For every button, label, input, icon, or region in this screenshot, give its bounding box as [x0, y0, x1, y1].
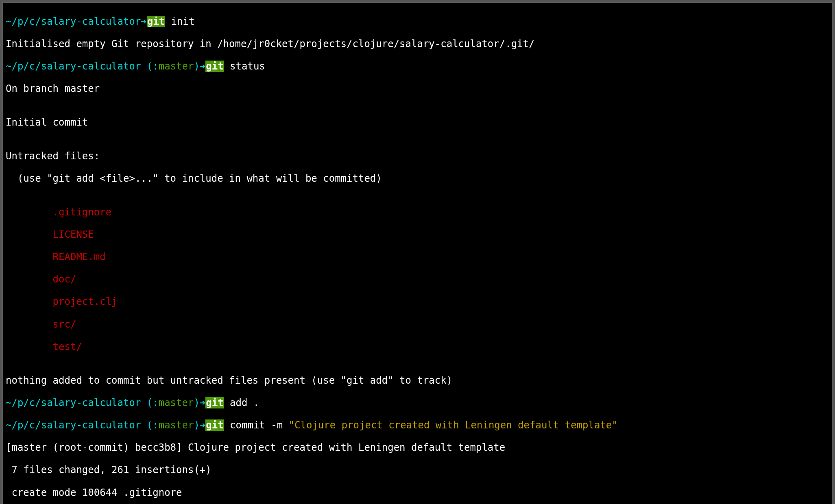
prompt-arrow: ➔: [200, 397, 205, 408]
status-untracked-header: Untracked files:: [6, 151, 829, 162]
cmd-rest: add .: [224, 397, 259, 408]
branch-close: ): [194, 61, 199, 72]
commit-header: [master (root-commit) becc3b8] Clojure p…: [6, 442, 829, 454]
untracked-file: project.clj: [6, 296, 829, 308]
branch-close: ): [194, 397, 199, 408]
branch-name: master: [159, 61, 194, 72]
branch-colon: :: [153, 419, 158, 431]
status-branch: On branch master: [6, 83, 829, 95]
terminal-window[interactable]: ~/p/c/salary-calculator➔git init Initial…: [2, 2, 833, 504]
cmd-quoted-string: "Clojure project created with Leningen d…: [289, 419, 618, 431]
prompt-line-2: ~/p/c/salary-calculator (:master)➔git st…: [6, 61, 829, 72]
untracked-file: test/: [6, 341, 829, 353]
status-untracked-hint: (use "git add <file>..." to include in w…: [6, 173, 829, 185]
prompt-arrow: ➔: [200, 61, 205, 72]
branch-colon: :: [153, 61, 158, 72]
prompt-path: ~/p/c/salary-calculator: [6, 419, 147, 431]
branch-open: (: [147, 61, 153, 72]
prompt-line-4: ~/p/c/salary-calculator (:master)➔git co…: [6, 420, 829, 431]
untracked-file: doc/: [6, 274, 829, 285]
cmd-highlight: git: [205, 397, 224, 408]
branch-name: master: [159, 419, 194, 431]
branch-name: master: [159, 397, 194, 408]
cmd-highlight: git: [205, 61, 224, 72]
untracked-file: LICENSE: [6, 229, 829, 241]
untracked-file: .gitignore: [6, 207, 829, 218]
branch-colon: :: [153, 397, 158, 408]
prompt-path: ~/p/c/salary-calculator: [6, 397, 147, 408]
branch-open: (: [147, 419, 153, 431]
output-init: Initialised empty Git repository in /hom…: [6, 39, 829, 50]
untracked-file: src/: [6, 319, 829, 330]
cmd-highlight: git: [147, 16, 165, 27]
prompt-arrow: ➔: [200, 419, 205, 431]
created-file: create mode 100644 .gitignore: [6, 487, 829, 499]
untracked-file: README.md: [6, 252, 829, 263]
status-initial: Initial commit: [6, 117, 829, 128]
status-nothing: nothing added to commit but untracked fi…: [6, 375, 829, 387]
cmd-rest: status: [224, 61, 265, 72]
prompt-line-1: ~/p/c/salary-calculator➔git init: [6, 16, 829, 28]
prompt-path: ~/p/c/salary-calculator: [6, 61, 147, 72]
cmd-highlight: git: [205, 419, 224, 431]
prompt-arrow: ➔: [141, 16, 146, 27]
branch-open: (: [147, 397, 153, 408]
prompt-path: ~/p/c/salary-calculator: [6, 16, 141, 27]
commit-stats: 7 files changed, 261 insertions(+): [6, 465, 829, 476]
cmd-rest: commit -m: [224, 419, 289, 431]
cmd-rest: init: [165, 16, 194, 27]
prompt-line-3: ~/p/c/salary-calculator (:master)➔git ad…: [6, 398, 829, 409]
branch-close: ): [194, 419, 199, 431]
